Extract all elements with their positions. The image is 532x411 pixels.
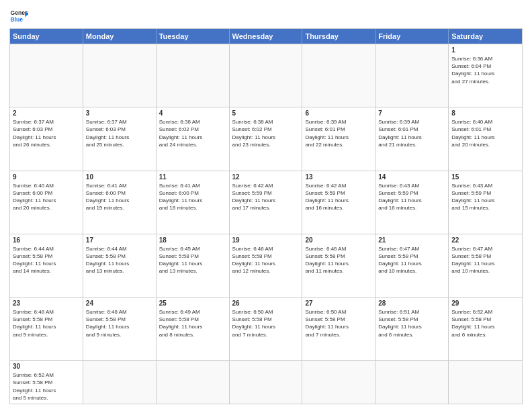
- header-day-thursday: Thursday: [302, 29, 375, 44]
- calendar-cell-r3-c6: 22Sunrise: 6:47 AMSunset: 5:58 PMDayligh…: [449, 234, 522, 297]
- day-number: 17: [86, 236, 153, 244]
- calendar-cell-r3-c2: 18Sunrise: 6:45 AMSunset: 5:58 PMDayligh…: [157, 234, 230, 297]
- calendar-cell-r5-c2: [157, 361, 230, 404]
- svg-text:Blue: Blue: [11, 16, 24, 23]
- calendar-cell-r0-c1: [83, 44, 157, 107]
- calendar-body: 1Sunrise: 6:36 AMSunset: 6:04 PMDaylight…: [10, 44, 522, 404]
- day-number: 18: [159, 236, 226, 244]
- calendar-cell-r2-c0: 9Sunrise: 6:40 AMSunset: 6:00 PMDaylight…: [10, 171, 83, 234]
- day-number: 11: [159, 173, 226, 181]
- day-info: Sunrise: 6:43 AMSunset: 5:59 PMDaylight:…: [451, 182, 519, 212]
- header-day-monday: Monday: [83, 29, 157, 44]
- day-number: 26: [232, 300, 300, 307]
- day-info: Sunrise: 6:40 AMSunset: 6:00 PMDaylight:…: [13, 182, 80, 212]
- calendar-cell-r5-c5: [375, 361, 449, 404]
- day-info: Sunrise: 6:51 AMSunset: 5:58 PMDaylight:…: [378, 308, 445, 338]
- calendar: SundayMondayTuesdayWednesdayThursdayFrid…: [9, 28, 523, 404]
- day-number: 29: [451, 300, 519, 307]
- day-number: 25: [159, 300, 226, 307]
- day-number: 21: [378, 236, 445, 244]
- calendar-cell-r4-c2: 25Sunrise: 6:49 AMSunset: 5:58 PMDayligh…: [157, 298, 230, 360]
- calendar-row-5: 30Sunrise: 6:52 AMSunset: 5:58 PMDayligh…: [10, 360, 522, 404]
- day-number: 23: [13, 300, 80, 307]
- day-info: Sunrise: 6:45 AMSunset: 5:58 PMDaylight:…: [159, 245, 226, 275]
- calendar-row-0: 1Sunrise: 6:36 AMSunset: 6:04 PMDaylight…: [10, 44, 522, 107]
- day-number: 4: [159, 109, 226, 117]
- header-day-sunday: Sunday: [10, 29, 83, 44]
- day-number: 8: [451, 109, 519, 117]
- day-info: Sunrise: 6:39 AMSunset: 6:01 PMDaylight:…: [305, 118, 372, 148]
- title-section: [28, 7, 523, 8]
- day-info: Sunrise: 6:38 AMSunset: 6:02 PMDaylight:…: [232, 118, 300, 148]
- calendar-cell-r5-c1: [83, 361, 157, 404]
- day-number: 5: [232, 109, 300, 117]
- day-info: Sunrise: 6:46 AMSunset: 5:58 PMDaylight:…: [305, 245, 372, 275]
- generalblue-logo-icon: General Blue: [9, 7, 28, 26]
- calendar-cell-r1-c4: 6Sunrise: 6:39 AMSunset: 6:01 PMDaylight…: [302, 107, 375, 170]
- header-day-wednesday: Wednesday: [230, 29, 303, 44]
- day-info: Sunrise: 6:38 AMSunset: 6:02 PMDaylight:…: [159, 118, 226, 148]
- day-info: Sunrise: 6:52 AMSunset: 5:58 PMDaylight:…: [13, 371, 80, 402]
- day-info: Sunrise: 6:41 AMSunset: 6:00 PMDaylight:…: [159, 182, 226, 212]
- calendar-cell-r4-c6: 29Sunrise: 6:52 AMSunset: 5:58 PMDayligh…: [449, 298, 522, 360]
- calendar-cell-r1-c6: 8Sunrise: 6:40 AMSunset: 6:01 PMDaylight…: [449, 107, 522, 170]
- day-info: Sunrise: 6:48 AMSunset: 5:58 PMDaylight:…: [13, 308, 80, 338]
- calendar-cell-r3-c5: 21Sunrise: 6:47 AMSunset: 5:58 PMDayligh…: [375, 234, 449, 297]
- calendar-cell-r3-c3: 19Sunrise: 6:46 AMSunset: 5:58 PMDayligh…: [230, 234, 303, 297]
- calendar-cell-r1-c3: 5Sunrise: 6:38 AMSunset: 6:02 PMDaylight…: [230, 107, 303, 170]
- day-info: Sunrise: 6:46 AMSunset: 5:58 PMDaylight:…: [232, 245, 300, 275]
- calendar-cell-r2-c4: 13Sunrise: 6:42 AMSunset: 5:59 PMDayligh…: [302, 171, 375, 234]
- calendar-cell-r0-c3: [230, 44, 303, 107]
- calendar-cell-r2-c1: 10Sunrise: 6:41 AMSunset: 6:00 PMDayligh…: [83, 171, 157, 234]
- calendar-cell-r1-c5: 7Sunrise: 6:39 AMSunset: 6:01 PMDaylight…: [375, 107, 449, 170]
- calendar-cell-r4-c5: 28Sunrise: 6:51 AMSunset: 5:58 PMDayligh…: [375, 298, 449, 360]
- day-number: 30: [13, 363, 80, 370]
- calendar-row-4: 23Sunrise: 6:48 AMSunset: 5:58 PMDayligh…: [10, 297, 522, 360]
- day-number: 1: [451, 46, 519, 54]
- calendar-cell-r5-c4: [302, 361, 375, 404]
- calendar-header: SundayMondayTuesdayWednesdayThursdayFrid…: [10, 29, 522, 44]
- day-info: Sunrise: 6:48 AMSunset: 5:58 PMDaylight:…: [86, 308, 153, 338]
- calendar-cell-r2-c5: 14Sunrise: 6:43 AMSunset: 5:59 PMDayligh…: [375, 171, 449, 234]
- header-day-tuesday: Tuesday: [157, 29, 230, 44]
- calendar-row-3: 16Sunrise: 6:44 AMSunset: 5:58 PMDayligh…: [10, 234, 522, 297]
- calendar-cell-r2-c3: 12Sunrise: 6:42 AMSunset: 5:59 PMDayligh…: [230, 171, 303, 234]
- day-info: Sunrise: 6:47 AMSunset: 5:58 PMDaylight:…: [378, 245, 445, 275]
- day-number: 15: [451, 173, 519, 181]
- day-info: Sunrise: 6:37 AMSunset: 6:03 PMDaylight:…: [13, 118, 80, 148]
- day-number: 13: [305, 173, 372, 181]
- calendar-cell-r4-c1: 24Sunrise: 6:48 AMSunset: 5:58 PMDayligh…: [83, 298, 157, 360]
- day-number: 10: [86, 173, 153, 181]
- day-info: Sunrise: 6:43 AMSunset: 5:59 PMDaylight:…: [378, 182, 445, 212]
- day-number: 27: [305, 300, 372, 307]
- day-info: Sunrise: 6:49 AMSunset: 5:58 PMDaylight:…: [159, 308, 226, 338]
- header: General Blue: [9, 7, 523, 26]
- day-number: 14: [378, 173, 445, 181]
- day-number: 16: [13, 236, 80, 244]
- day-info: Sunrise: 6:42 AMSunset: 5:59 PMDaylight:…: [232, 182, 300, 212]
- calendar-row-2: 9Sunrise: 6:40 AMSunset: 6:00 PMDaylight…: [10, 171, 522, 234]
- day-info: Sunrise: 6:47 AMSunset: 5:58 PMDaylight:…: [451, 245, 519, 275]
- day-info: Sunrise: 6:40 AMSunset: 6:01 PMDaylight:…: [451, 118, 519, 148]
- calendar-cell-r3-c4: 20Sunrise: 6:46 AMSunset: 5:58 PMDayligh…: [302, 234, 375, 297]
- day-number: 20: [305, 236, 372, 244]
- day-info: Sunrise: 6:42 AMSunset: 5:59 PMDaylight:…: [305, 182, 372, 212]
- calendar-cell-r2-c2: 11Sunrise: 6:41 AMSunset: 6:00 PMDayligh…: [157, 171, 230, 234]
- header-day-saturday: Saturday: [449, 29, 522, 44]
- day-info: Sunrise: 6:41 AMSunset: 6:00 PMDaylight:…: [86, 182, 153, 212]
- day-number: 12: [232, 173, 300, 181]
- day-info: Sunrise: 6:36 AMSunset: 6:04 PMDaylight:…: [451, 55, 519, 85]
- calendar-cell-r1-c1: 3Sunrise: 6:37 AMSunset: 6:03 PMDaylight…: [83, 107, 157, 170]
- calendar-cell-r4-c4: 27Sunrise: 6:50 AMSunset: 5:58 PMDayligh…: [302, 298, 375, 360]
- calendar-cell-r1-c0: 2Sunrise: 6:37 AMSunset: 6:03 PMDaylight…: [10, 107, 83, 170]
- day-number: 19: [232, 236, 300, 244]
- calendar-row-1: 2Sunrise: 6:37 AMSunset: 6:03 PMDaylight…: [10, 107, 522, 170]
- day-info: Sunrise: 6:50 AMSunset: 5:58 PMDaylight:…: [305, 308, 372, 338]
- day-info: Sunrise: 6:44 AMSunset: 5:58 PMDaylight:…: [13, 245, 80, 275]
- calendar-cell-r0-c2: [157, 44, 230, 107]
- calendar-cell-r5-c0: 30Sunrise: 6:52 AMSunset: 5:58 PMDayligh…: [10, 361, 83, 404]
- day-number: 9: [13, 173, 80, 181]
- calendar-cell-r0-c0: [10, 44, 83, 107]
- day-number: 2: [13, 109, 80, 117]
- day-info: Sunrise: 6:39 AMSunset: 6:01 PMDaylight:…: [378, 118, 445, 148]
